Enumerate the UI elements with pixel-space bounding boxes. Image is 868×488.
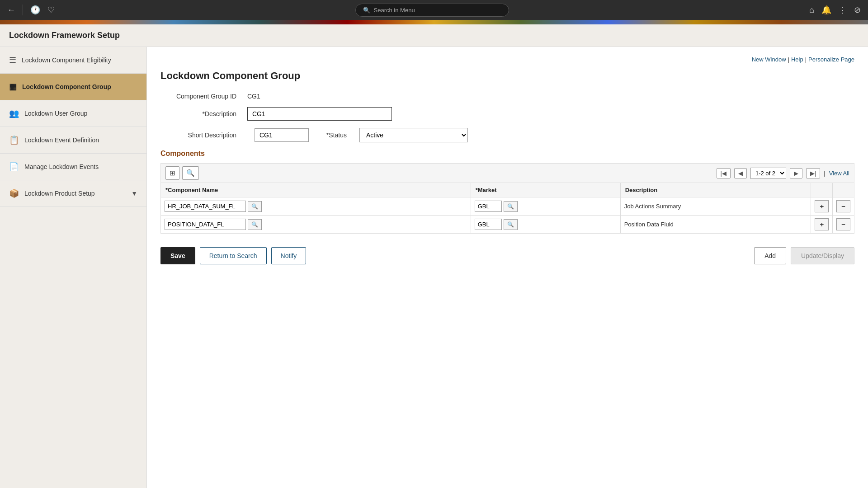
row2-market-input[interactable] [475, 219, 502, 230]
prev-page-button[interactable]: ◀ [734, 168, 747, 178]
more-icon[interactable]: ⋮ [839, 5, 847, 15]
row1-remove-cell: − [833, 197, 854, 216]
row1-component-name-cell: 🔍 [161, 197, 471, 216]
personalize-link[interactable]: Personalize Page [808, 56, 854, 63]
main-content: New Window | Help | Personalize Page Loc… [147, 47, 868, 488]
col-header-description: Description [620, 183, 811, 197]
component-eligibility-icon: ☰ [9, 55, 16, 65]
topbar-left-icons: ← 🕐 ♡ [7, 5, 55, 15]
sidebar-item-label: Manage Lockdown Events [24, 163, 99, 170]
row1-component-name-field: 🔍 [165, 201, 467, 212]
search-area: 🔍 Search in Menu [62, 4, 802, 17]
sidebar-item-label: Lockdown Product Setup [24, 190, 95, 197]
row2-description-value: Position Data Fluid [624, 221, 674, 228]
home-icon[interactable]: ⌂ [809, 5, 814, 15]
sidebar: ☰ Lockdown Component Eligibility ▦ Lockd… [0, 47, 147, 488]
separator-2: | [805, 56, 807, 63]
description-input[interactable] [247, 107, 392, 121]
event-definition-icon: 📋 [9, 135, 19, 145]
next-page-button[interactable]: ▶ [790, 168, 802, 178]
add-button[interactable]: Add [754, 247, 786, 264]
help-link[interactable]: Help [791, 56, 803, 63]
row2-add-button[interactable]: + [815, 218, 829, 230]
sidebar-item-lockdown-component-eligibility[interactable]: ☰ Lockdown Component Eligibility [0, 47, 146, 74]
page-header: Lockdown Framework Setup [0, 24, 868, 47]
favorite-icon[interactable]: ♡ [47, 5, 55, 15]
table-row: 🔍 🔍 Position Data Fluid + [161, 216, 854, 234]
sidebar-item-lockdown-event-definition[interactable]: 📋 Lockdown Event Definition [0, 127, 146, 154]
component-group-id-row: Component Group ID CG1 [160, 93, 854, 100]
separator-1: | [788, 56, 789, 63]
row2-remove-button[interactable]: − [836, 218, 850, 230]
component-group-id-value: CG1 [247, 93, 260, 100]
first-page-button[interactable]: |◀ [717, 168, 731, 178]
row1-add-button[interactable]: + [815, 200, 829, 212]
col-header-remove [833, 183, 854, 197]
sidebar-item-lockdown-product-setup[interactable]: 📦 Lockdown Product Setup ▼ [0, 180, 146, 207]
table-header-row: *Component Name *Market Description [161, 183, 854, 197]
return-to-search-button[interactable]: Return to Search [200, 247, 267, 264]
sidebar-item-manage-lockdown-events[interactable]: 📄 Manage Lockdown Events [0, 154, 146, 180]
action-bar: Save Return to Search Notify Add Update/… [160, 247, 854, 264]
row2-component-name-search-button[interactable]: 🔍 [248, 219, 262, 230]
short-desc-status-row: Short Description *Status Active Inactiv… [160, 128, 854, 142]
components-section-title: Components [160, 150, 854, 158]
status-select[interactable]: Active Inactive [359, 128, 468, 142]
component-group-icon: ▦ [9, 82, 17, 92]
row2-market-field: 🔍 [475, 219, 617, 230]
row2-add-cell: + [811, 216, 833, 234]
grid-view-button[interactable]: ⊞ [165, 166, 179, 180]
table-row: 🔍 🔍 Job Actions Summary + [161, 197, 854, 216]
history-icon[interactable]: 🕐 [30, 5, 40, 15]
row1-market-input[interactable] [475, 201, 502, 212]
col-header-add [811, 183, 833, 197]
row1-market-search-button[interactable]: 🔍 [504, 201, 518, 212]
form-title: Lockdown Component Group [160, 70, 854, 82]
last-page-button[interactable]: ▶| [806, 168, 820, 178]
save-button[interactable]: Save [160, 247, 195, 264]
action-bar-right: Add Update/Display [754, 247, 854, 264]
user-group-icon: 👥 [9, 108, 19, 118]
top-links: New Window | Help | Personalize Page [160, 56, 854, 63]
short-description-input[interactable] [255, 128, 309, 142]
row1-market-cell: 🔍 [471, 197, 620, 216]
row1-component-name-input[interactable] [165, 201, 246, 212]
row1-description-value: Job Actions Summary [624, 203, 681, 210]
topbar-divider [23, 5, 23, 15]
back-icon[interactable]: ← [7, 5, 15, 15]
sidebar-item-label: Lockdown User Group [24, 110, 87, 117]
notification-icon[interactable]: 🔔 [821, 5, 831, 15]
search-toolbar-button[interactable]: 🔍 [182, 166, 199, 180]
decorative-banner [0, 20, 868, 24]
topbar: ← 🕐 ♡ 🔍 Search in Menu ⌂ 🔔 ⋮ ⊘ [0, 0, 868, 20]
col-header-market: *Market [471, 183, 620, 197]
row2-component-name-input[interactable] [165, 219, 246, 230]
help-circle-icon[interactable]: ⊘ [854, 5, 861, 15]
sidebar-item-label: Lockdown Component Eligibility [22, 56, 111, 64]
description-label: *Description [160, 110, 242, 117]
row1-remove-button[interactable]: − [836, 200, 850, 212]
row1-description-cell: Job Actions Summary [620, 197, 811, 216]
component-group-id-label: Component Group ID [160, 93, 242, 100]
update-display-button: Update/Display [791, 247, 854, 264]
page-title: Lockdown Framework Setup [9, 31, 120, 40]
search-box[interactable]: 🔍 Search in Menu [355, 4, 509, 17]
notify-button[interactable]: Notify [271, 247, 307, 264]
table-toolbar: ⊞ 🔍 |◀ ◀ 1-2 of 2 ▶ ▶| | View All [160, 163, 854, 183]
sidebar-item-lockdown-user-group[interactable]: 👥 Lockdown User Group [0, 100, 146, 127]
row2-market-search-button[interactable]: 🔍 [504, 219, 518, 230]
page-select[interactable]: 1-2 of 2 [750, 168, 786, 179]
row1-component-name-search-button[interactable]: 🔍 [248, 201, 262, 212]
components-table: *Component Name *Market Description [160, 183, 854, 234]
new-window-link[interactable]: New Window [752, 56, 786, 63]
short-description-label: Short Description [160, 131, 242, 139]
product-setup-icon: 📦 [9, 188, 19, 198]
row2-market-cell: 🔍 [471, 216, 620, 234]
search-placeholder: Search in Menu [374, 7, 415, 14]
view-all-link[interactable]: View All [829, 170, 849, 177]
action-bar-left: Save Return to Search Notify [160, 247, 306, 264]
toolbar-left: ⊞ 🔍 [165, 166, 199, 180]
topbar-right-icons: ⌂ 🔔 ⋮ ⊘ [809, 5, 861, 15]
pipe-separator: | [824, 170, 825, 177]
sidebar-item-lockdown-component-group[interactable]: ▦ Lockdown Component Group [0, 74, 146, 100]
